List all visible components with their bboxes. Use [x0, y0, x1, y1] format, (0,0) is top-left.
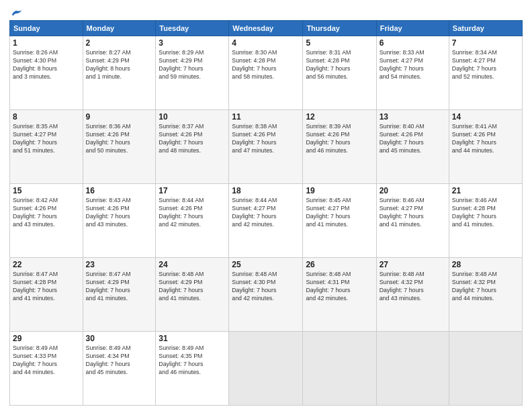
- calendar-cell: 27Sunrise: 8:48 AMSunset: 4:32 PMDayligh…: [376, 258, 449, 332]
- day-info: Sunrise: 8:46 AMSunset: 4:28 PMDaylight:…: [452, 197, 519, 229]
- day-number: 30: [86, 334, 153, 343]
- day-number: 18: [232, 186, 300, 195]
- day-number: 22: [13, 260, 80, 269]
- day-info: Sunrise: 8:44 AMSunset: 4:26 PMDaylight:…: [159, 197, 226, 229]
- day-info: Sunrise: 8:43 AMSunset: 4:26 PMDaylight:…: [86, 197, 153, 229]
- calendar-cell: 23Sunrise: 8:47 AMSunset: 4:29 PMDayligh…: [83, 258, 156, 332]
- day-number: 27: [380, 260, 446, 269]
- col-tuesday: Tuesday: [156, 21, 229, 36]
- day-number: 19: [306, 186, 373, 195]
- day-info: Sunrise: 8:35 AMSunset: 4:27 PMDaylight:…: [13, 123, 80, 155]
- calendar-header-row: Sunday Monday Tuesday Wednesday Thursday…: [10, 21, 523, 36]
- day-info: Sunrise: 8:42 AMSunset: 4:26 PMDaylight:…: [13, 197, 80, 229]
- day-number: 3: [159, 38, 226, 48]
- day-number: 10: [159, 112, 226, 122]
- day-info: Sunrise: 8:40 AMSunset: 4:26 PMDaylight:…: [380, 123, 446, 155]
- calendar-week-row: 8Sunrise: 8:35 AMSunset: 4:27 PMDaylight…: [10, 110, 523, 184]
- col-sunday: Sunday: [10, 21, 83, 36]
- day-info: Sunrise: 8:47 AMSunset: 4:29 PMDaylight:…: [86, 271, 153, 303]
- day-number: 14: [452, 112, 519, 122]
- day-number: 26: [306, 260, 373, 269]
- calendar-cell: 14Sunrise: 8:41 AMSunset: 4:26 PMDayligh…: [449, 110, 522, 184]
- calendar-cell: 16Sunrise: 8:43 AMSunset: 4:26 PMDayligh…: [83, 184, 156, 258]
- day-number: 1: [13, 38, 80, 48]
- day-number: 16: [86, 186, 153, 195]
- calendar-cell: 6Sunrise: 8:33 AMSunset: 4:27 PMDaylight…: [376, 36, 449, 110]
- calendar-cell: [229, 332, 303, 406]
- day-info: Sunrise: 8:48 AMSunset: 4:29 PMDaylight:…: [159, 271, 226, 303]
- day-number: 21: [452, 186, 519, 195]
- day-info: Sunrise: 8:27 AMSunset: 4:29 PMDaylight:…: [86, 49, 153, 81]
- day-number: 25: [232, 260, 300, 269]
- calendar-week-row: 1Sunrise: 8:26 AMSunset: 4:30 PMDaylight…: [10, 36, 523, 110]
- day-number: 28: [452, 260, 519, 269]
- calendar-cell: 1Sunrise: 8:26 AMSunset: 4:30 PMDaylight…: [10, 36, 83, 110]
- day-info: Sunrise: 8:45 AMSunset: 4:27 PMDaylight:…: [306, 197, 373, 229]
- day-info: Sunrise: 8:29 AMSunset: 4:29 PMDaylight:…: [159, 49, 226, 81]
- day-number: 12: [306, 112, 373, 122]
- day-info: Sunrise: 8:48 AMSunset: 4:32 PMDaylight:…: [380, 271, 446, 303]
- calendar-cell: 3Sunrise: 8:29 AMSunset: 4:29 PMDaylight…: [156, 36, 229, 110]
- logo: [9, 8, 23, 17]
- calendar-cell: 10Sunrise: 8:37 AMSunset: 4:26 PMDayligh…: [156, 110, 229, 184]
- day-number: 13: [380, 112, 446, 122]
- day-number: 2: [86, 38, 153, 48]
- day-number: 6: [380, 38, 446, 48]
- day-number: 23: [86, 260, 153, 269]
- calendar-cell: 19Sunrise: 8:45 AMSunset: 4:27 PMDayligh…: [303, 184, 376, 258]
- calendar-cell: [449, 332, 522, 406]
- day-number: 4: [232, 38, 300, 48]
- day-info: Sunrise: 8:49 AMSunset: 4:34 PMDaylight:…: [86, 345, 153, 377]
- day-number: 5: [306, 38, 373, 48]
- col-thursday: Thursday: [303, 21, 376, 36]
- calendar-cell: 31Sunrise: 8:49 AMSunset: 4:35 PMDayligh…: [156, 332, 229, 406]
- calendar-cell: 20Sunrise: 8:46 AMSunset: 4:27 PMDayligh…: [376, 184, 449, 258]
- day-info: Sunrise: 8:38 AMSunset: 4:26 PMDaylight:…: [232, 123, 300, 155]
- day-number: 17: [159, 186, 226, 195]
- day-number: 24: [159, 260, 226, 269]
- calendar-cell: 24Sunrise: 8:48 AMSunset: 4:29 PMDayligh…: [156, 258, 229, 332]
- day-info: Sunrise: 8:36 AMSunset: 4:26 PMDaylight:…: [86, 123, 153, 155]
- calendar-cell: [303, 332, 376, 406]
- day-info: Sunrise: 8:30 AMSunset: 4:28 PMDaylight:…: [232, 49, 300, 81]
- col-friday: Friday: [376, 21, 449, 36]
- day-number: 20: [380, 186, 446, 195]
- day-info: Sunrise: 8:31 AMSunset: 4:28 PMDaylight:…: [306, 49, 373, 81]
- day-number: 31: [159, 334, 226, 343]
- page: Sunday Monday Tuesday Wednesday Thursday…: [0, 0, 532, 411]
- logo-bird-icon: [11, 8, 23, 17]
- day-info: Sunrise: 8:47 AMSunset: 4:28 PMDaylight:…: [13, 271, 80, 303]
- calendar-cell: 4Sunrise: 8:30 AMSunset: 4:28 PMDaylight…: [229, 36, 303, 110]
- day-info: Sunrise: 8:26 AMSunset: 4:30 PMDaylight:…: [13, 49, 80, 81]
- calendar-cell: 17Sunrise: 8:44 AMSunset: 4:26 PMDayligh…: [156, 184, 229, 258]
- col-wednesday: Wednesday: [229, 21, 303, 36]
- logo-text: [9, 8, 23, 17]
- day-info: Sunrise: 8:33 AMSunset: 4:27 PMDaylight:…: [380, 49, 446, 81]
- calendar-table: Sunday Monday Tuesday Wednesday Thursday…: [9, 20, 523, 406]
- day-number: 11: [232, 112, 300, 122]
- calendar-cell: 13Sunrise: 8:40 AMSunset: 4:26 PMDayligh…: [376, 110, 449, 184]
- day-number: 7: [452, 38, 519, 48]
- calendar-cell: 2Sunrise: 8:27 AMSunset: 4:29 PMDaylight…: [83, 36, 156, 110]
- calendar-cell: 11Sunrise: 8:38 AMSunset: 4:26 PMDayligh…: [229, 110, 303, 184]
- calendar-cell: 7Sunrise: 8:34 AMSunset: 4:27 PMDaylight…: [449, 36, 522, 110]
- calendar-cell: 18Sunrise: 8:44 AMSunset: 4:27 PMDayligh…: [229, 184, 303, 258]
- calendar-cell: 12Sunrise: 8:39 AMSunset: 4:26 PMDayligh…: [303, 110, 376, 184]
- calendar-cell: 15Sunrise: 8:42 AMSunset: 4:26 PMDayligh…: [10, 184, 83, 258]
- day-info: Sunrise: 8:48 AMSunset: 4:32 PMDaylight:…: [452, 271, 519, 303]
- calendar-week-row: 22Sunrise: 8:47 AMSunset: 4:28 PMDayligh…: [10, 258, 523, 332]
- day-info: Sunrise: 8:49 AMSunset: 4:35 PMDaylight:…: [159, 345, 226, 377]
- day-number: 15: [13, 186, 80, 195]
- header: [9, 8, 523, 17]
- day-number: 29: [13, 334, 80, 343]
- calendar-week-row: 15Sunrise: 8:42 AMSunset: 4:26 PMDayligh…: [10, 184, 523, 258]
- calendar-cell: 25Sunrise: 8:48 AMSunset: 4:30 PMDayligh…: [229, 258, 303, 332]
- calendar-cell: 9Sunrise: 8:36 AMSunset: 4:26 PMDaylight…: [83, 110, 156, 184]
- day-info: Sunrise: 8:44 AMSunset: 4:27 PMDaylight:…: [232, 197, 300, 229]
- day-info: Sunrise: 8:48 AMSunset: 4:30 PMDaylight:…: [232, 271, 300, 303]
- day-info: Sunrise: 8:39 AMSunset: 4:26 PMDaylight:…: [306, 123, 373, 155]
- calendar-cell: 22Sunrise: 8:47 AMSunset: 4:28 PMDayligh…: [10, 258, 83, 332]
- col-saturday: Saturday: [449, 21, 522, 36]
- calendar-cell: 21Sunrise: 8:46 AMSunset: 4:28 PMDayligh…: [449, 184, 522, 258]
- calendar-cell: 5Sunrise: 8:31 AMSunset: 4:28 PMDaylight…: [303, 36, 376, 110]
